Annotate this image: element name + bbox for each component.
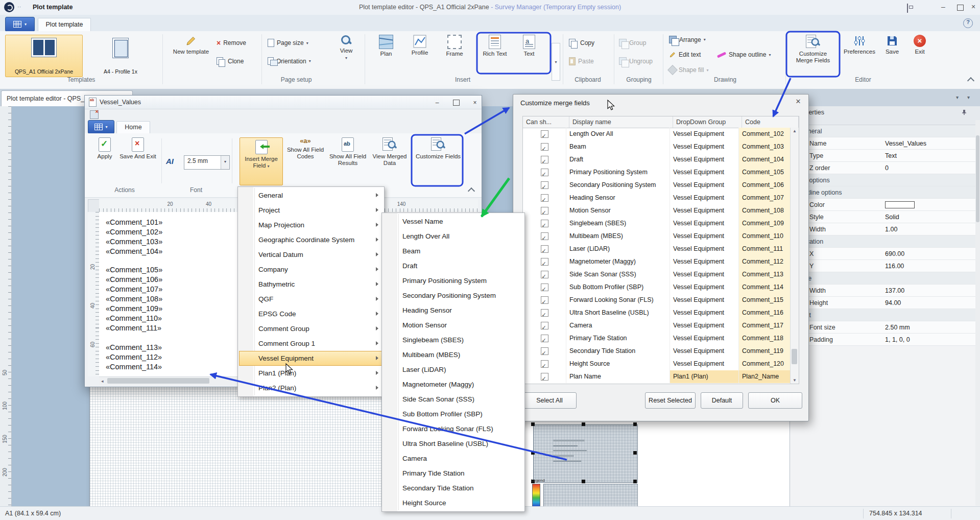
submenu-item[interactable]: Multibeam (MBES) — [383, 347, 523, 362]
insert-plan-button[interactable]: Plan — [372, 35, 400, 57]
vessel-minimize-button[interactable]: – — [431, 97, 444, 108]
page-size-button[interactable]: Page size▾ — [268, 39, 308, 47]
table-row[interactable]: Secondary Tide StationVessel EquipmentCo… — [523, 345, 791, 358]
merge-field-code[interactable]: «Comment_112» — [106, 352, 162, 362]
properties-scrollbar[interactable] — [975, 120, 980, 506]
checkbox[interactable] — [541, 194, 548, 202]
remove-button[interactable]: ×Remove — [217, 39, 246, 47]
checkbox[interactable] — [541, 347, 548, 355]
submenu-item[interactable]: Forward Looking Sonar (FLS) — [383, 421, 523, 436]
vessel-ribbon-collapse-icon[interactable] — [468, 187, 475, 195]
maximize-button[interactable] — [957, 4, 964, 12]
copy-button[interactable]: Copy — [569, 39, 594, 46]
merge-field-code[interactable]: «Comment_101» — [106, 218, 162, 227]
reset-selected-button[interactable]: Reset Selected — [645, 392, 696, 409]
paste-button[interactable]: Paste — [569, 57, 594, 65]
submenu-item[interactable]: Height Source — [383, 495, 523, 510]
quick-exit-icon[interactable] — [90, 110, 99, 119]
default-button[interactable]: Default — [701, 392, 743, 409]
customize-fields-button[interactable]: Customize Fields — [415, 137, 461, 160]
submenu-item[interactable]: Primary Positioning System — [383, 273, 523, 288]
tab-list-icon[interactable]: ▾ — [956, 94, 959, 100]
property-row[interactable]: Font size2.50 mm — [790, 321, 980, 334]
submenu-item[interactable]: Laser (LiDAR) — [383, 362, 523, 377]
submenu-item[interactable]: Vessel Name — [383, 214, 523, 229]
property-section[interactable]: ▾Text — [790, 309, 980, 321]
property-section[interactable]: ▾General — [790, 125, 980, 137]
property-row[interactable]: Height94.00 — [790, 297, 980, 309]
view-merged-data-button[interactable]: View Merged Data — [369, 137, 410, 167]
table-row[interactable]: Laser (LiDAR)Vessel EquipmentComment_111 — [523, 243, 791, 255]
property-row[interactable]: Width1.00 — [790, 223, 980, 235]
font-size-combobox[interactable]: 2.5 mm ▾ — [184, 155, 230, 170]
column-header[interactable]: Can sh... — [523, 116, 569, 128]
table-row[interactable]: Ultra Short Baseline (USBL)Vessel Equipm… — [523, 306, 791, 319]
merge-field-code[interactable]: «Comment_103» — [106, 237, 162, 247]
save-and-exit-button[interactable]: × Save And Exit — [119, 137, 156, 160]
show-all-field-codes-button[interactable]: «a» Show All Field Codes — [285, 137, 326, 160]
scrollbar-thumb[interactable] — [792, 349, 797, 364]
show-all-field-results-button[interactable]: ab Show All Field Results — [327, 137, 368, 167]
submenu-item[interactable]: Sub Bottom Profiler (SBP) — [383, 407, 523, 421]
menu-item[interactable]: Comment Group 1 — [239, 336, 383, 351]
dialog-close-icon[interactable]: ✕ — [792, 98, 804, 108]
table-row[interactable]: Length Over AllVessel EquipmentComment_1… — [523, 128, 791, 140]
merge-field-code[interactable]: «Comment_107» — [106, 285, 162, 294]
color-swatch[interactable] — [885, 201, 915, 208]
checkbox[interactable] — [541, 335, 548, 342]
submenu-item[interactable]: Secondary Tide Station — [383, 481, 523, 495]
menu-item[interactable]: EPSG Code — [239, 306, 383, 321]
menu-item[interactable]: Company — [239, 262, 383, 277]
submenu-item[interactable]: Draft — [383, 258, 523, 273]
ribbon-collapse-icon[interactable] — [967, 77, 974, 84]
panel-menu-icon[interactable]: ▾ — [967, 94, 970, 100]
property-section[interactable]: ▾Outline options — [790, 186, 980, 199]
merge-field-code[interactable]: «Comment_114» — [106, 362, 162, 372]
minimize-button[interactable]: – — [941, 3, 945, 11]
ok-button[interactable]: OK — [748, 392, 802, 409]
checkbox[interactable] — [541, 245, 548, 253]
merge-field-code[interactable]: «Comment_111» — [106, 323, 162, 333]
insert-merge-field-button[interactable]: Insert Merge Field ▾ — [240, 137, 283, 185]
table-row[interactable]: Secondary Positioning SystemVessel Equip… — [523, 179, 791, 192]
checkbox[interactable] — [541, 232, 548, 240]
plot-pane-grid[interactable] — [533, 424, 638, 483]
menu-item[interactable]: Map Projection — [239, 218, 383, 232]
property-row[interactable]: NameVessel_Values — [790, 137, 980, 150]
submenu-item[interactable]: Heading Sensor — [383, 303, 523, 318]
checkbox[interactable] — [541, 207, 548, 215]
clone-button[interactable]: Clone — [217, 57, 244, 65]
table-row[interactable]: Side Scan Sonar (SSS)Vessel EquipmentCom… — [523, 268, 791, 281]
save-button[interactable]: Save — [880, 35, 904, 55]
shape-fill-button[interactable]: Shape fill▾ — [669, 66, 708, 74]
property-row[interactable]: Color — [790, 199, 980, 211]
merge-field-code[interactable]: «Comment_104» — [106, 247, 162, 256]
property-row[interactable]: TypeText — [790, 150, 980, 162]
submenu-item[interactable]: Primary Tide Station — [383, 466, 523, 481]
menu-item[interactable]: Plan2 (Plan) — [239, 381, 383, 395]
vessel-maximize-button[interactable] — [449, 97, 463, 108]
insert-frame-button[interactable]: Frame — [440, 35, 469, 57]
table-row[interactable]: Primary Tide StationVessel EquipmentComm… — [523, 332, 791, 345]
table-row[interactable]: Height SourceVessel EquipmentComment_120 — [523, 358, 791, 370]
checkbox[interactable] — [541, 156, 548, 163]
ungroup-button[interactable]: Ungroup — [619, 57, 653, 65]
submenu-item[interactable]: Magnetometer (Maggy) — [383, 377, 523, 392]
apply-button[interactable]: ✓ Apply — [93, 137, 116, 160]
table-row[interactable]: CameraVessel EquipmentComment_117 — [523, 319, 791, 332]
column-header[interactable]: Display name — [569, 116, 673, 128]
checkbox[interactable] — [541, 373, 548, 381]
edit-text-button[interactable]: Edit text — [669, 51, 701, 58]
customize-merge-fields-button[interactable]: Customize Merge Fields — [791, 35, 835, 64]
close-button[interactable]: × — [971, 3, 975, 11]
property-row[interactable]: X690.00 — [790, 248, 980, 260]
table-row[interactable]: Plan NamePlan1 (Plan)Plan2_Name — [523, 370, 791, 383]
merge-field-code[interactable]: «Comment_109» — [106, 304, 162, 314]
menu-item[interactable]: Bathymetric — [239, 277, 383, 292]
table-row[interactable]: Multibeam (MBES)Vessel EquipmentComment_… — [523, 230, 791, 243]
menu-item[interactable]: Geographic Coordinate System — [239, 232, 383, 247]
checkbox[interactable] — [541, 258, 548, 266]
exit-button[interactable]: ×Exit — [908, 35, 931, 55]
customize-merge-fields-dialog[interactable]: Customize merge fields ✕ Can sh...Displa… — [513, 94, 809, 421]
arrange-button[interactable]: Arrange▾ — [669, 36, 706, 43]
